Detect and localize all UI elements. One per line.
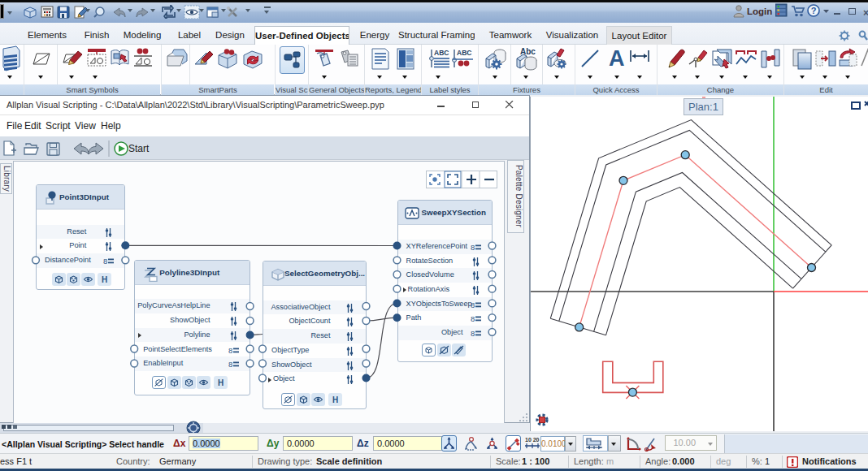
svg-text:10 20: 10 20 <box>525 437 540 443</box>
svg-text:ABC: ABC <box>457 49 471 57</box>
svg-text:?: ? <box>811 6 817 15</box>
svg-text:ABC: ABC <box>434 49 449 57</box>
